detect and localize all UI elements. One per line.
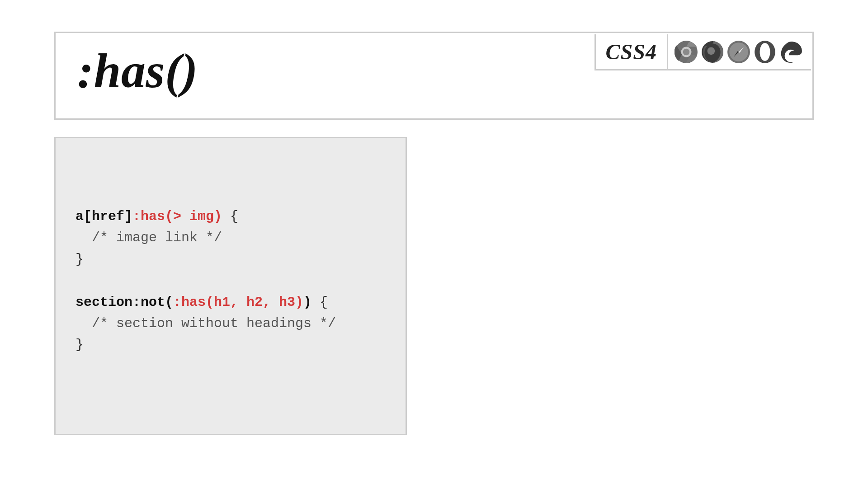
- code-brace-open: {: [311, 295, 328, 310]
- firefox-icon: [701, 40, 724, 64]
- svg-point-10: [760, 43, 770, 61]
- code-comment: /* image link */: [75, 230, 222, 245]
- edge-icon: [779, 40, 803, 64]
- code-example: a[href]:has(> img) { /* image link */ } …: [54, 137, 407, 435]
- code-selector: a[href]: [75, 209, 132, 224]
- code-brace-open: {: [222, 209, 238, 224]
- code-brace-close: }: [75, 337, 84, 352]
- svg-point-2: [683, 48, 690, 55]
- spec-badge: CSS4: [594, 34, 667, 70]
- code-brace-close: }: [75, 252, 84, 267]
- slide-header: :has() CSS4: [54, 32, 814, 120]
- svg-point-4: [708, 47, 715, 55]
- header-badges: CSS4: [594, 34, 811, 70]
- chrome-icon: [675, 40, 698, 64]
- code-comment: /* section without headings */: [75, 316, 336, 331]
- code-pseudo-not-close: ): [303, 295, 311, 310]
- code-pseudo-has: :has(h1, h2, h3): [173, 295, 303, 310]
- code-pseudo-has: :has(> img): [132, 209, 222, 224]
- browser-support-badge: [667, 34, 811, 70]
- safari-icon: [727, 40, 750, 64]
- code-pseudo-not-open: :not(: [132, 295, 173, 310]
- opera-icon: [753, 40, 777, 64]
- code-selector: section: [75, 295, 132, 310]
- slide: :has() CSS4: [0, 0, 868, 488]
